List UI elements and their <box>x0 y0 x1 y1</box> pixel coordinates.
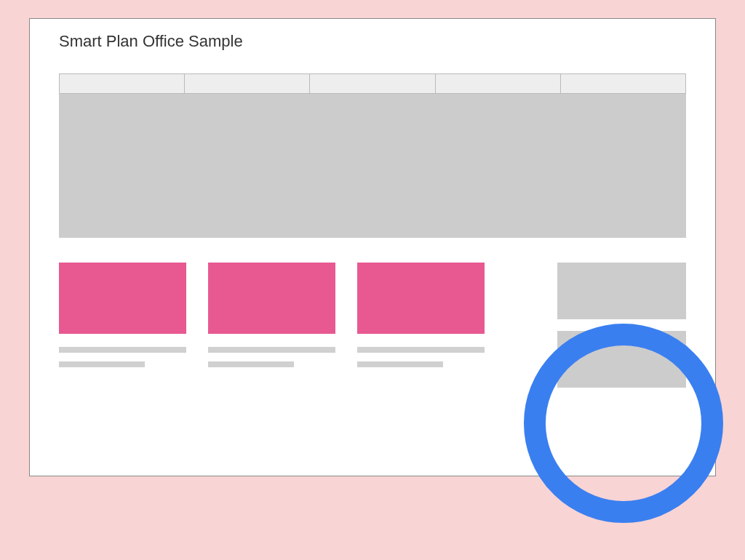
hero-banner <box>59 94 686 238</box>
sidebar-block-1 <box>557 263 686 319</box>
card-subtitle-placeholder <box>208 361 294 367</box>
card-image-3 <box>357 263 485 334</box>
nav-tab-2[interactable] <box>185 74 310 93</box>
nav-tab-4[interactable] <box>436 74 561 93</box>
card-3[interactable] <box>357 263 485 367</box>
card-title-placeholder <box>208 347 335 353</box>
nav-tab-3[interactable] <box>310 74 435 93</box>
highlight-circle-icon <box>524 324 723 523</box>
card-2[interactable] <box>208 263 335 367</box>
card-title-placeholder <box>357 347 485 353</box>
card-subtitle-placeholder <box>59 361 145 367</box>
card-title-placeholder <box>59 347 186 353</box>
card-subtitle-placeholder <box>357 361 443 367</box>
card-1[interactable] <box>59 263 186 367</box>
nav-tab-5[interactable] <box>561 74 685 93</box>
card-image-2 <box>208 263 335 334</box>
nav-tabs <box>59 73 686 94</box>
page-title: Smart Plan Office Sample <box>30 19 715 51</box>
nav-tab-1[interactable] <box>60 74 185 93</box>
card-image-1 <box>59 263 186 334</box>
